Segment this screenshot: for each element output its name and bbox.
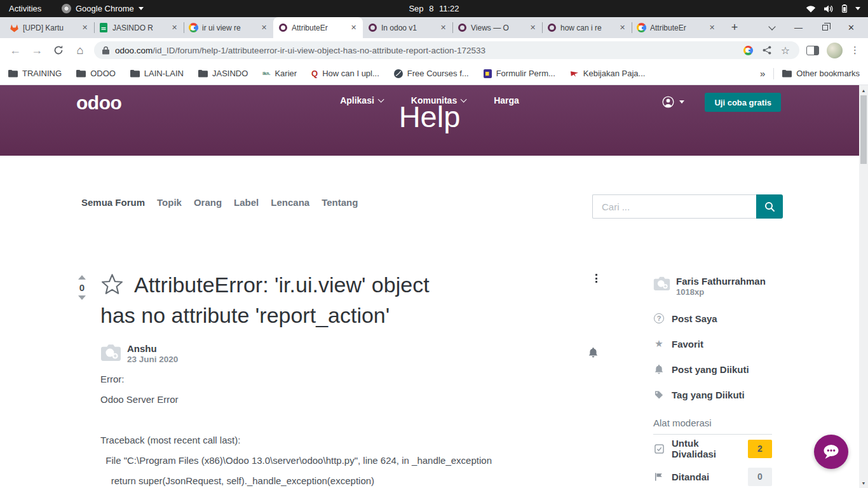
side-panel-icon[interactable] (806, 46, 819, 55)
sidebar-item-post-saya[interactable]: ? Post Saya (653, 306, 772, 331)
bookmark-folder-jasindo[interactable]: JASINDO (198, 69, 248, 78)
flagged-count-badge: 0 (748, 468, 772, 486)
sidebar-item-untuk-divalidasi[interactable]: Untuk Divalidasi 2 (653, 435, 772, 463)
bookmark-folder-odoo[interactable]: ODOO (76, 69, 116, 78)
bookmark-label: LAIN-LAIN (144, 69, 184, 78)
sidebar-user[interactable]: Faris Fathurrahman 1018xp (653, 276, 772, 297)
new-tab-button[interactable]: + (726, 20, 743, 36)
account-menu[interactable] (662, 96, 684, 108)
nav-aplikasi[interactable]: Aplikasi (340, 95, 383, 105)
author-name[interactable]: Anshu (127, 343, 178, 354)
close-icon[interactable]: ✕ (259, 23, 269, 32)
tab-google-search[interactable]: ir ui view re ✕ (184, 17, 273, 38)
close-icon[interactable]: ✕ (707, 23, 717, 32)
post-options-icon[interactable] (595, 274, 597, 283)
clock[interactable]: Sep 8 11:22 (409, 4, 459, 13)
livechat-button[interactable] (814, 435, 848, 469)
close-icon[interactable]: ✕ (80, 23, 90, 32)
other-bookmarks-button[interactable]: Other bookmarks (782, 69, 860, 78)
bookmark-karier[interactable]: ikn. Karier (262, 69, 297, 78)
favorite-star-icon[interactable] (100, 273, 124, 295)
bookmark-label: Free Courses f... (407, 69, 469, 78)
close-icon[interactable]: ✕ (528, 23, 538, 32)
restore-window-button[interactable] (822, 25, 828, 30)
tab-google-attributeerror[interactable]: AttributeEr ✕ (632, 17, 721, 38)
search-input[interactable] (592, 194, 756, 219)
post-body-line (100, 409, 492, 430)
system-status-area[interactable] (806, 4, 860, 13)
sidebar-user-name: Faris Fathurrahman (676, 276, 766, 287)
bell-icon (654, 364, 663, 374)
tab-title: In odoo v1 (381, 24, 435, 32)
odoo-logo[interactable]: odoo (76, 92, 121, 114)
address-bar[interactable]: odoo.com/id_ID/forum/help-1/attributeerr… (94, 41, 799, 59)
tab-odoo-views[interactable]: Views — O ✕ (452, 17, 542, 38)
forum-nav-semua-forum[interactable]: Semua Forum (81, 197, 145, 208)
bookmark-how-can-i-upload[interactable]: Q How can I upl... (311, 69, 379, 78)
page-scrollbar[interactable]: ▲ ▼ (859, 85, 868, 488)
odoo-icon (546, 23, 557, 33)
bookmarks-overflow-button[interactable]: » (760, 68, 765, 79)
home-button[interactable]: ⌂ (71, 41, 89, 59)
bookmark-formulir[interactable]: Formulir Perm... (484, 69, 555, 78)
tab-active-attributeerror[interactable]: AttributeEr ✕ (273, 17, 363, 38)
chevron-down-icon (461, 97, 467, 103)
profile-avatar[interactable] (827, 43, 843, 58)
downvote-button[interactable] (78, 295, 86, 300)
tab-title: how can i re (560, 24, 614, 32)
tab-gitlab-kartu[interactable]: [UPD] Kartu ✕ (4, 17, 94, 38)
omnibox-actions: ☆ (738, 44, 796, 57)
activities-button[interactable]: Activities (9, 4, 41, 13)
forum-nav-topik[interactable]: Topik (157, 197, 182, 208)
nav-harga[interactable]: Harga (494, 95, 519, 105)
subscribe-bell-icon[interactable] (588, 347, 598, 360)
close-icon[interactable]: ✕ (438, 23, 448, 32)
close-icon[interactable]: ✕ (349, 23, 358, 32)
search-button[interactable] (756, 194, 783, 219)
folder-icon (130, 69, 140, 78)
bookmark-kebijakan[interactable]: Kebijakan Paja... (570, 69, 646, 78)
free-trial-button[interactable]: Uji coba gratis (705, 93, 781, 112)
folder-icon (8, 69, 18, 78)
forward-button[interactable]: → (28, 41, 46, 59)
tab-sheets-jasindo[interactable]: JASINDO R ✕ (94, 17, 184, 38)
sidebar-item-tag-yang-diikuti[interactable]: Tag yang Diikuti (653, 382, 772, 407)
bookmark-free-courses[interactable]: Free Courses f... (394, 69, 469, 78)
forum-nav-lencana[interactable]: Lencana (271, 197, 309, 208)
forum-nav-label[interactable]: Label (234, 197, 259, 208)
nav-label: Harga (494, 95, 519, 105)
forum-nav-orang[interactable]: Orang (194, 197, 222, 208)
post-author: Anshu 23 Juni 2020 (100, 343, 178, 365)
bookmark-star-icon[interactable]: ☆ (781, 44, 790, 57)
forum-sidebar: Faris Fathurrahman 1018xp ? Post Saya ★ … (653, 276, 772, 488)
close-window-button[interactable]: ✕ (848, 23, 855, 32)
back-button[interactable]: ← (6, 41, 24, 59)
wifi-icon (806, 5, 816, 13)
bookmark-folder-lain-lain[interactable]: LAIN-LAIN (130, 69, 184, 78)
browser-menu-icon[interactable]: ⋮ (850, 44, 860, 56)
minimize-button[interactable]: — (794, 23, 803, 32)
site-header: odoo Aplikasi Komunitas Harga Help Uji c… (0, 85, 859, 156)
scroll-down-arrow[interactable]: ▼ (859, 478, 868, 487)
q-icon: Q (311, 69, 318, 78)
app-menu[interactable]: Google Chrome (62, 4, 144, 13)
tab-odoo-how-can-i[interactable]: how can i re ✕ (542, 17, 632, 38)
bookmark-folder-training[interactable]: TRAINING (8, 69, 62, 78)
reload-button[interactable] (50, 41, 67, 59)
forum-nav-tentang[interactable]: Tentang (322, 197, 358, 208)
sidebar-item-favorit[interactable]: ★ Favorit (653, 331, 772, 356)
close-icon[interactable]: ✕ (618, 23, 627, 32)
bookmark-label: Formulir Perm... (496, 69, 555, 78)
sidebar-item-label: Favorit (672, 339, 703, 349)
close-icon[interactable]: ✕ (170, 23, 179, 32)
upvote-button[interactable] (78, 275, 86, 280)
scroll-up-arrow[interactable]: ▲ (859, 86, 868, 95)
google-side-search-icon[interactable] (743, 46, 753, 55)
share-icon[interactable] (763, 46, 771, 55)
tab-odoo-in-odoo[interactable]: In odoo v1 ✕ (363, 17, 452, 38)
scrollbar-thumb[interactable] (860, 95, 867, 164)
sidebar-item-post-yang-diikuti[interactable]: Post yang Diikuti (653, 356, 772, 382)
sidebar-item-ditandai[interactable]: Ditandai 0 (653, 463, 772, 488)
checkbox-icon (654, 444, 664, 454)
tab-search-chevron-icon[interactable] (768, 23, 775, 30)
